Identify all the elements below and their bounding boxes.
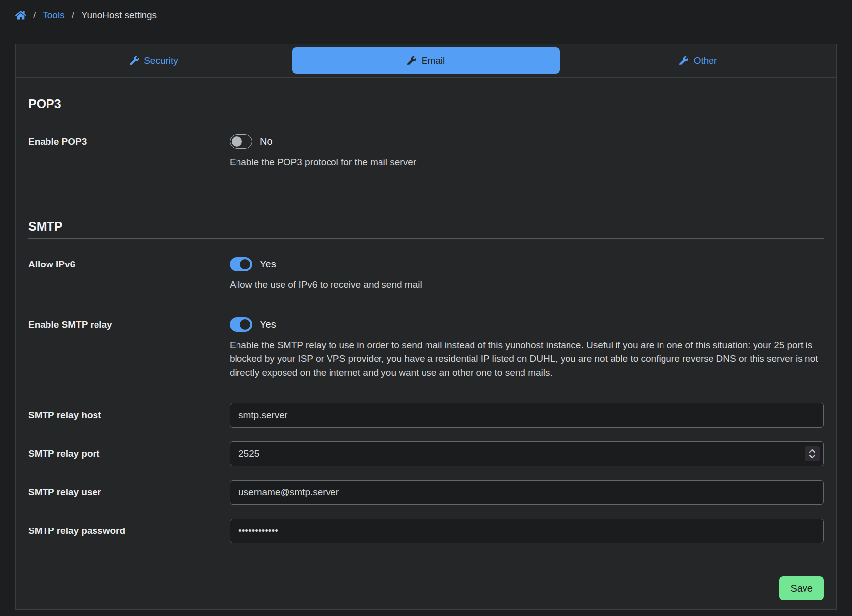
port-stepper[interactable] — [805, 446, 820, 461]
field-label: Enable SMTP relay — [28, 317, 230, 380]
toggle-knob — [240, 319, 250, 330]
home-icon — [15, 10, 26, 20]
tab-security[interactable]: Security — [20, 47, 287, 74]
field-smtp-relay-host: SMTP relay host — [28, 403, 824, 428]
smtp-relay-port-input[interactable] — [230, 441, 824, 466]
allow-ipv6-toggle[interactable] — [230, 257, 252, 271]
field-label: SMTP relay user — [28, 480, 230, 505]
field-enable-smtp-relay: Enable SMTP relay Yes Enable the SMTP re… — [28, 317, 824, 380]
tab-other[interactable]: Other — [565, 47, 832, 74]
field-smtp-relay-port: SMTP relay port — [28, 441, 824, 466]
up-down-chevrons-icon — [808, 448, 817, 459]
toggle-knob — [232, 136, 242, 147]
breadcrumb-current-page: YunoHost settings — [81, 10, 157, 21]
tab-label: Security — [144, 55, 178, 66]
breadcrumb-home-link[interactable] — [15, 10, 26, 20]
toggle-knob — [240, 259, 250, 269]
breadcrumb: / Tools / YunoHost settings — [0, 0, 852, 21]
settings-tab-bar: Security Email Other — [16, 44, 836, 78]
field-label: SMTP relay port — [28, 441, 230, 466]
enable-smtp-relay-state-label: Yes — [260, 319, 276, 330]
smtp-relay-user-input[interactable] — [230, 480, 824, 505]
allow-ipv6-state-label: Yes — [260, 259, 276, 270]
card-footer: Save — [16, 569, 836, 609]
enable-smtp-relay-toggle[interactable] — [230, 317, 252, 332]
field-label: Allow IPv6 — [28, 257, 230, 292]
section-title-smtp: SMTP — [28, 219, 824, 239]
enable-pop3-toggle[interactable] — [230, 134, 252, 149]
tab-email[interactable]: Email — [292, 47, 560, 74]
breadcrumb-separator: / — [33, 10, 36, 21]
field-label: SMTP relay host — [28, 403, 230, 428]
field-allow-ipv6: Allow IPv6 Yes Allow the use of IPv6 to … — [28, 257, 824, 292]
wrench-icon — [407, 56, 416, 65]
field-enable-pop3: Enable POP3 No Enable the POP3 protocol … — [28, 134, 824, 169]
field-help: Enable the POP3 protocol for the mail se… — [230, 155, 824, 169]
section-title-pop3: POP3 — [28, 96, 824, 116]
tab-label: Other — [694, 55, 717, 66]
tab-label: Email — [422, 55, 445, 66]
field-help: Allow the use of IPv6 to receive and sen… — [230, 278, 824, 292]
wrench-icon — [679, 56, 688, 65]
field-smtp-relay-user: SMTP relay user — [28, 480, 824, 505]
breadcrumb-link-tools[interactable]: Tools — [43, 10, 64, 21]
enable-pop3-state-label: No — [260, 136, 273, 147]
save-button[interactable]: Save — [779, 576, 824, 600]
field-smtp-relay-password: SMTP relay password — [28, 519, 824, 543]
field-label: Enable POP3 — [28, 134, 230, 169]
smtp-relay-host-input[interactable] — [230, 403, 824, 428]
field-help: Enable the SMTP relay to use in order to… — [230, 338, 824, 380]
settings-panel: Security Email Other POP3 Enable POP3 No… — [15, 44, 837, 610]
field-label: SMTP relay password — [28, 519, 230, 543]
wrench-icon — [130, 56, 139, 65]
breadcrumb-separator: / — [72, 10, 74, 21]
smtp-relay-password-input[interactable] — [230, 519, 824, 543]
